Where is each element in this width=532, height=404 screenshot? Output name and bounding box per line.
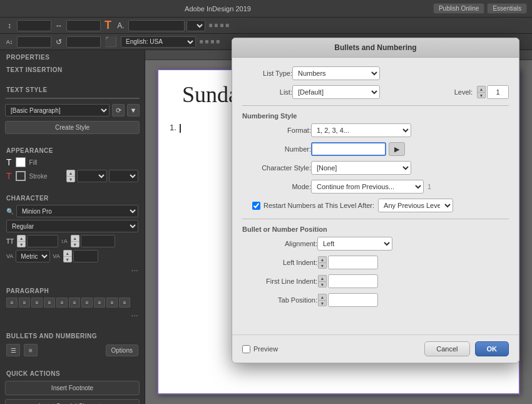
left-indent-label: Left Indent: — [242, 259, 317, 266]
level-spinner: ▲ ▼ — [477, 86, 486, 98]
level-spinner-group: ▲ ▼ 1 — [476, 85, 509, 99]
list-label: List: — [242, 88, 292, 96]
preview-label: Preview — [253, 345, 278, 353]
format-select[interactable]: 1, 2, 3, 4... — [311, 123, 411, 137]
restart-checkbox-label: Restart Numbers at This Level After: — [252, 202, 374, 210]
left-indent-up[interactable]: ▲ — [318, 256, 327, 262]
preview-checkbox-label: Preview — [242, 345, 278, 353]
tab-position-row: Tab Position: ▲ ▼ — [242, 293, 509, 307]
dialog-body: List Type: Numbers List: [Default] Level… — [232, 58, 519, 334]
format-row: Format: 1, 2, 3, 4... — [242, 123, 509, 137]
list-type-label: List Type: — [242, 70, 292, 77]
bullets-numbering-dialog: Bullets and Numbering List Type: Numbers… — [232, 38, 519, 363]
dialog-footer: Preview Cancel OK — [232, 334, 519, 363]
level-display: 1 — [487, 85, 509, 99]
first-line-input[interactable]: -0.25 in — [328, 274, 378, 288]
numbering-style-title: Numbering Style — [242, 112, 509, 120]
first-line-down[interactable]: ▼ — [318, 281, 327, 287]
number-row: Number: ^# ▶ — [242, 142, 509, 156]
bullet-position-title: Bullet or Number Position — [242, 225, 509, 233]
tab-position-down[interactable]: ▼ — [318, 300, 327, 306]
number-input[interactable]: ^# — [311, 142, 386, 156]
first-line-spinner: ▲ ▼ — [318, 275, 327, 287]
restart-checkbox[interactable] — [252, 202, 260, 210]
mode-label: Mode: — [242, 183, 311, 190]
first-line-indent-row: First Line Indent: ▲ ▼ -0.25 in — [242, 274, 509, 288]
restart-select[interactable]: Any Previous Level — [378, 199, 453, 212]
cancel-button[interactable]: Cancel — [424, 341, 469, 356]
alignment-row: Alignment: Left — [242, 237, 509, 251]
left-indent-spinner-group: ▲ ▼ 0.25 in — [317, 256, 378, 269]
tab-position-spinner: ▲ ▼ — [318, 294, 327, 306]
tab-position-input[interactable] — [328, 293, 378, 307]
first-line-spinner-group: ▲ ▼ -0.25 in — [317, 274, 378, 288]
list-select[interactable]: [Default] — [292, 85, 380, 99]
dialog-overlay: Bullets and Numbering List Type: Numbers… — [0, 0, 532, 404]
mode-number: 1 — [427, 183, 431, 190]
left-indent-input[interactable]: 0.25 in — [328, 256, 378, 269]
char-style-row: Character Style: [None] — [242, 161, 509, 175]
section-divider-2 — [242, 219, 509, 219]
number-label: Number: — [242, 145, 311, 153]
left-indent-spinner: ▲ ▼ — [318, 256, 327, 269]
tab-position-label: Tab Position: — [242, 296, 317, 304]
tab-position-spinner-group: ▲ ▼ — [317, 293, 378, 307]
mode-row: Mode: Continue from Previous... 1 — [242, 180, 509, 194]
ok-button[interactable]: OK — [475, 341, 509, 356]
list-type-select[interactable]: Numbers — [292, 66, 380, 80]
insert-btn[interactable]: ▶ — [389, 142, 405, 156]
level-label: Level: — [454, 88, 473, 96]
char-style-select[interactable]: [None] — [311, 161, 411, 175]
alignment-select[interactable]: Left — [317, 237, 392, 251]
char-style-label: Character Style: — [242, 164, 311, 172]
list-type-row: List Type: Numbers — [242, 66, 509, 80]
format-label: Format: — [242, 127, 311, 134]
restart-row: Restart Numbers at This Level After: Any… — [252, 199, 509, 212]
tab-position-up[interactable]: ▲ — [318, 294, 327, 300]
alignment-label: Alignment: — [242, 240, 317, 247]
preview-checkbox[interactable] — [242, 345, 250, 353]
left-indent-down[interactable]: ▼ — [318, 262, 327, 269]
dialog-title: Bullets and Numbering — [232, 38, 519, 58]
level-down[interactable]: ▼ — [477, 92, 486, 98]
first-line-label: First Line Indent: — [242, 277, 317, 285]
list-row: List: [Default] Level: ▲ ▼ 1 — [242, 85, 509, 99]
level-up[interactable]: ▲ — [477, 86, 486, 92]
first-line-up[interactable]: ▲ — [318, 275, 327, 281]
left-indent-row: Left Indent: ▲ ▼ 0.25 in — [242, 256, 509, 269]
mode-select[interactable]: Continue from Previous... — [311, 180, 424, 194]
restart-label: Restart Numbers at This Level After: — [263, 202, 374, 209]
section-divider-1 — [242, 105, 509, 106]
